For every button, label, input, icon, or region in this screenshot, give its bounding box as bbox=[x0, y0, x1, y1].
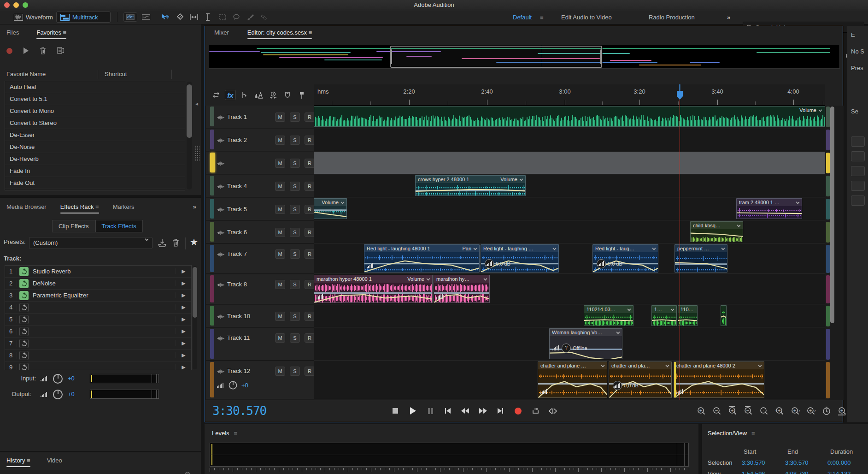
workspace-default[interactable]: Default bbox=[513, 14, 532, 21]
mute-button[interactable]: M bbox=[275, 159, 285, 168]
clear-history-trash-icon[interactable] bbox=[184, 472, 191, 474]
marker-flag-icon[interactable] bbox=[296, 90, 307, 100]
mute-button[interactable]: M bbox=[275, 280, 285, 289]
track-name[interactable]: Track 5 bbox=[227, 206, 247, 213]
track-name[interactable]: Track 6 bbox=[227, 229, 247, 236]
favorite-item[interactable]: Convert to 5.1 bbox=[5, 93, 185, 105]
track-name[interactable]: Track 4 bbox=[227, 183, 247, 190]
clip-gain-badge[interactable]: 0,0 dB bbox=[613, 381, 639, 390]
panel-menu-icon[interactable]: ≡ bbox=[234, 430, 238, 437]
effect-options-arrow-icon[interactable]: ▶ bbox=[176, 304, 191, 310]
track-name[interactable]: Track 12 bbox=[227, 367, 250, 374]
track-header[interactable]: Track 7MSR bbox=[206, 244, 314, 274]
track-lane[interactable]: Red light - laughing 48000 1PanRed light… bbox=[314, 244, 825, 274]
tab-history[interactable]: History ≡ bbox=[6, 457, 30, 467]
show-effects-fx-icon[interactable]: fx bbox=[225, 90, 236, 100]
metronome-icon[interactable] bbox=[253, 90, 264, 100]
save-preset-icon[interactable] bbox=[158, 239, 167, 247]
solo-button[interactable]: S bbox=[290, 182, 300, 191]
tab-markers[interactable]: Markers bbox=[113, 203, 135, 213]
power-icon[interactable] bbox=[19, 327, 29, 336]
tab-video[interactable]: Video bbox=[47, 457, 62, 467]
panel-resize-grip[interactable] bbox=[195, 145, 199, 161]
clip-title-bar[interactable]: Red light - laug… bbox=[593, 245, 658, 252]
clip-title-bar[interactable]: marathon hy… bbox=[434, 275, 489, 283]
track-lane[interactable] bbox=[314, 129, 825, 151]
tab-favorites[interactable]: Favorites ≡ bbox=[36, 29, 66, 39]
effect-slot[interactable]: 6▶ bbox=[5, 326, 191, 338]
column-favorite-name[interactable]: Favorite Name bbox=[6, 71, 46, 77]
track-lane[interactable]: crows hyper 2 48000 1Volume bbox=[314, 175, 825, 197]
view-duration-value[interactable]: 2:14.132 bbox=[827, 470, 851, 474]
workspace-radio-production[interactable]: Radio Production bbox=[649, 14, 695, 21]
track-header[interactable]: MSR bbox=[206, 152, 314, 174]
solo-button[interactable]: S bbox=[290, 136, 300, 145]
rail-button[interactable] bbox=[851, 151, 865, 161]
arm-record-button[interactable]: R bbox=[305, 249, 315, 259]
zoom-selection-in-point-button[interactable]: +‹ bbox=[773, 405, 786, 417]
column-shortcut[interactable]: Shortcut bbox=[105, 71, 127, 77]
playhead-time-display[interactable]: 3:30.570 bbox=[212, 404, 266, 418]
skip-selection-button[interactable] bbox=[546, 405, 560, 417]
clip-title-bar[interactable]: Volume bbox=[314, 199, 346, 206]
effect-slot[interactable]: 7▶ bbox=[5, 338, 191, 350]
track-name[interactable]: Track 1 bbox=[227, 113, 247, 120]
mute-button[interactable]: M bbox=[275, 136, 285, 145]
zoom-reset-button[interactable]: · bbox=[757, 405, 771, 417]
timed-record-button[interactable] bbox=[820, 405, 833, 417]
solo-button[interactable]: S bbox=[290, 333, 300, 343]
track-color-tab[interactable] bbox=[210, 107, 214, 126]
favorite-star-icon[interactable]: ★ bbox=[190, 237, 198, 248]
move-to-previous-button[interactable] bbox=[441, 405, 455, 417]
clip-keyframe-routing-icon[interactable] bbox=[239, 90, 250, 100]
mute-button[interactable]: M bbox=[275, 113, 285, 122]
mute-button[interactable]: M bbox=[275, 249, 285, 259]
record-favorite-icon[interactable] bbox=[6, 48, 12, 54]
effect-slot[interactable]: 1Studio Reverb▶ bbox=[5, 266, 191, 278]
zoom-selection-button[interactable]: +‹› bbox=[804, 405, 818, 417]
track-name[interactable]: Track 7 bbox=[227, 250, 247, 257]
global-clip-stretching-icon[interactable] bbox=[268, 90, 279, 100]
workspace-overflow-chevrons[interactable]: » bbox=[727, 14, 730, 21]
audio-clip[interactable]: Red light - laughing …0,0 dB bbox=[481, 244, 559, 273]
arm-record-button[interactable]: R bbox=[305, 205, 315, 214]
effect-options-arrow-icon[interactable]: ▶ bbox=[176, 352, 191, 358]
fast-forward-button[interactable] bbox=[476, 405, 490, 417]
track-color-tab[interactable] bbox=[210, 153, 215, 172]
track-volume-value[interactable]: +0 bbox=[241, 382, 248, 389]
favorite-item[interactable]: Convert to Mono bbox=[5, 105, 185, 117]
track-header[interactable]: Track 6MSR bbox=[206, 221, 314, 243]
favorite-item[interactable]: Fade Out bbox=[5, 177, 185, 189]
selection-duration-value[interactable]: 0:00.000 bbox=[827, 459, 851, 466]
slip-tool-icon[interactable] bbox=[188, 12, 200, 22]
track-color-tab[interactable] bbox=[210, 275, 214, 302]
selection-start-value[interactable]: 3:30.570 bbox=[742, 459, 765, 466]
favorite-item[interactable]: Convert to Stereo bbox=[5, 117, 185, 129]
panel-menu-icon[interactable]: ≡ bbox=[95, 203, 99, 210]
audio-clip[interactable]: chatter and pla…0,0 dB bbox=[609, 361, 672, 398]
mute-button[interactable]: M bbox=[275, 312, 285, 321]
rail-button[interactable] bbox=[851, 196, 865, 206]
favorite-item[interactable]: De-Noise bbox=[5, 141, 185, 153]
delete-favorite-icon[interactable] bbox=[40, 47, 46, 54]
track-color-tab[interactable] bbox=[210, 222, 214, 242]
mute-button[interactable]: M bbox=[275, 228, 285, 237]
record-button[interactable] bbox=[511, 405, 525, 417]
output-gain-knob[interactable] bbox=[53, 390, 63, 399]
clip-title-bar[interactable]: chatter and plane 48000 2 bbox=[674, 362, 764, 369]
track-lane[interactable]: chatter and plane …chatter and pla…0,0 d… bbox=[314, 361, 825, 399]
track-name[interactable]: Track 2 bbox=[227, 136, 247, 143]
spot-healing-brush-icon[interactable] bbox=[258, 12, 270, 22]
input-gain-value[interactable]: +0 bbox=[68, 375, 75, 382]
arm-record-button[interactable]: R bbox=[305, 228, 315, 237]
play-favorite-icon[interactable] bbox=[23, 47, 29, 54]
clip-envelope-selector[interactable]: Volume bbox=[322, 200, 339, 205]
clip-envelope-selector[interactable]: Volume bbox=[407, 276, 424, 282]
multitrack-view-button[interactable]: Multitrack bbox=[56, 12, 111, 23]
tab-files[interactable]: Files bbox=[6, 29, 19, 39]
audio-clip[interactable]: crows hyper 2 48000 1Volume bbox=[415, 175, 526, 196]
clip-envelope-selector[interactable]: Volume bbox=[500, 177, 517, 182]
view-end-value[interactable]: 4:08.730 bbox=[785, 470, 809, 474]
audio-clip[interactable]: Volume bbox=[314, 198, 347, 219]
show-spectral-frequency-icon[interactable] bbox=[139, 12, 153, 22]
